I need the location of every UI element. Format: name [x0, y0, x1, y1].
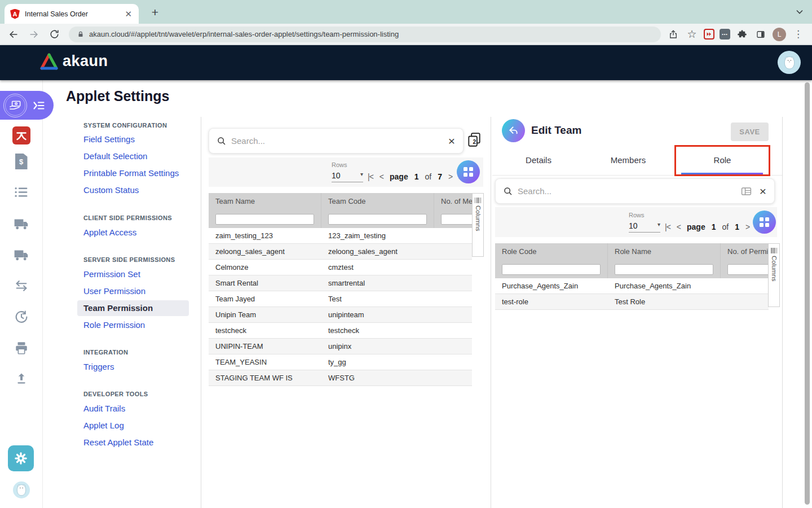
nav-team-permission[interactable]: Team Permission	[83, 303, 153, 313]
mascot-avatar[interactable]	[13, 481, 30, 498]
upload-icon[interactable]	[15, 372, 28, 386]
nav-triggers[interactable]: Triggers	[83, 362, 114, 371]
nav-role-permission[interactable]: Role Permission	[83, 320, 145, 330]
prev-page-button[interactable]: <	[379, 172, 383, 181]
team-row[interactable]: Unipin Teamunipinteam	[209, 307, 472, 323]
nav-default-selection[interactable]: Default Selection	[83, 151, 147, 161]
forward-button[interactable]	[27, 28, 41, 41]
grid-view-button[interactable]	[457, 160, 480, 183]
team-name-filter[interactable]	[215, 214, 314, 225]
team-row[interactable]: Team JayedTest	[209, 291, 472, 307]
nav-applet-log[interactable]: Applet Log	[83, 421, 124, 430]
applet-icon-red[interactable]	[12, 126, 30, 144]
sidebar-expand-icon[interactable]	[32, 99, 46, 112]
team-members-filter[interactable]	[441, 214, 472, 225]
grid-view-button[interactable]	[753, 211, 776, 234]
team-row[interactable]: Celmonzecmztest	[209, 260, 472, 275]
role-search-input[interactable]	[518, 186, 741, 196]
rows-per-page-select[interactable]: 10 ▾	[629, 221, 660, 233]
save-button[interactable]: SAVE	[731, 122, 769, 141]
rows-per-page-select[interactable]: 10 ▾	[332, 171, 363, 182]
nav-audit-trails[interactable]: Audit Trails	[83, 404, 125, 413]
clear-search-icon[interactable]: ×	[448, 135, 455, 147]
col-team-code[interactable]: Team Code	[321, 193, 434, 210]
settings-gear-button[interactable]	[8, 445, 34, 471]
team-members-cell	[434, 244, 472, 259]
next-page-button[interactable]: >	[745, 222, 749, 231]
divider-middle	[491, 117, 491, 508]
share-icon[interactable]	[667, 28, 680, 41]
col-role-code[interactable]: Role Code	[495, 243, 608, 260]
user-avatar[interactable]	[778, 51, 801, 74]
transfer-icon[interactable]	[14, 280, 28, 292]
nav-applet-access[interactable]: Applet Access	[83, 227, 136, 237]
columns-panel-tab[interactable]: Columns	[768, 243, 780, 307]
printer-icon[interactable]	[14, 341, 29, 355]
tab-details[interactable]: Details	[508, 155, 570, 165]
extension-red-icon[interactable]	[704, 29, 714, 40]
grid-icon	[464, 167, 473, 177]
col-role-permissions[interactable]: No. of Permi	[721, 243, 769, 260]
history-icon[interactable]	[14, 310, 28, 323]
role-row[interactable]: test-roleTest Role	[495, 294, 769, 310]
team-table: Team Name Team Code No. of Me zaim_testi…	[209, 193, 472, 386]
team-code-filter[interactable]	[328, 214, 427, 225]
nav-user-permission[interactable]: User Permission	[83, 286, 145, 296]
extension-gray-icon[interactable]: •••	[720, 29, 730, 40]
role-row[interactable]: Purchase_Agents_ZainPurchase_Agents_Zain	[495, 278, 769, 294]
delivery-truck-icon[interactable]	[14, 217, 29, 231]
team-row[interactable]: zeloong_sales_agentzeloong_sales_agent	[209, 244, 472, 260]
shipping-truck-icon[interactable]	[14, 248, 29, 262]
tab-members[interactable]: Members	[597, 155, 659, 165]
prev-page-button[interactable]: <	[677, 222, 681, 231]
copy-view-icon[interactable]: 2	[467, 132, 482, 148]
first-page-button[interactable]: |<	[665, 222, 670, 231]
team-row[interactable]: UNIPIN-TEAMunipinx	[209, 339, 472, 354]
team-row[interactable]: TEAM_YEASINty_gg	[209, 354, 472, 370]
col-role-name[interactable]: Role Name	[608, 243, 721, 260]
next-page-button[interactable]: >	[448, 172, 452, 181]
extensions-puzzle-icon[interactable]	[735, 28, 749, 41]
back-button[interactable]	[7, 28, 20, 41]
applet-switcher-pill[interactable]	[0, 91, 54, 120]
tab-search-chevron-icon[interactable]	[794, 6, 805, 17]
nav-printable-format-settings[interactable]: Printable Format Settings	[83, 168, 179, 178]
rows-label: Rows	[332, 161, 347, 168]
role-permissions-filter[interactable]	[727, 264, 769, 275]
card-view-icon[interactable]	[741, 187, 752, 196]
new-tab-button[interactable]: +	[148, 5, 162, 20]
col-team-name[interactable]: Team Name	[209, 193, 321, 210]
url-bar[interactable]: akaun.cloud/#/applet/tnt/wavelet/erp/int…	[69, 27, 661, 42]
role-code-filter[interactable]	[502, 264, 601, 275]
clear-search-icon[interactable]: ×	[760, 185, 766, 197]
columns-panel-tab[interactable]: Columns	[472, 193, 484, 257]
nav-custom-status[interactable]: Custom Status	[83, 185, 139, 195]
reload-button[interactable]	[47, 28, 61, 41]
team-row[interactable]: STAGING TEAM WF ISWFSTG	[209, 370, 472, 386]
page-scrollbar[interactable]	[805, 82, 810, 505]
col-team-members[interactable]: No. of Me	[434, 193, 472, 210]
tab-close-icon[interactable]: ✕	[123, 9, 133, 19]
nav-reset-applet-state[interactable]: Reset Applet State	[83, 437, 153, 447]
first-page-button[interactable]: |<	[368, 172, 373, 181]
team-row[interactable]: zaim_testing_123123_zaim_testing	[209, 228, 472, 244]
side-panel-icon[interactable]	[754, 28, 767, 41]
edit-team-back-button[interactable]	[502, 119, 525, 142]
browser-tab[interactable]: A Internal Sales Order ✕	[5, 4, 139, 24]
role-name-filter[interactable]	[615, 264, 713, 275]
divider-right	[782, 117, 783, 508]
divider-nav	[201, 117, 201, 508]
page-of-label: of	[722, 222, 729, 231]
list-icon[interactable]	[14, 186, 28, 198]
browser-profile-avatar[interactable]: L	[773, 28, 786, 41]
billing-icon[interactable]: $	[15, 154, 28, 169]
bookmark-star-icon[interactable]: ☆	[685, 28, 699, 41]
team-members-cell	[434, 339, 472, 354]
team-row[interactable]: testchecktestcheck	[209, 323, 472, 339]
team-search-input[interactable]	[231, 136, 448, 146]
more-menu-icon[interactable]: ⋮	[791, 28, 805, 40]
nav-field-settings[interactable]: Field Settings	[83, 134, 135, 144]
nav-permission-set[interactable]: Permission Set	[83, 269, 140, 279]
team-row[interactable]: Smart Rentalsmartrental	[209, 275, 472, 291]
page-current: 1	[414, 172, 419, 181]
